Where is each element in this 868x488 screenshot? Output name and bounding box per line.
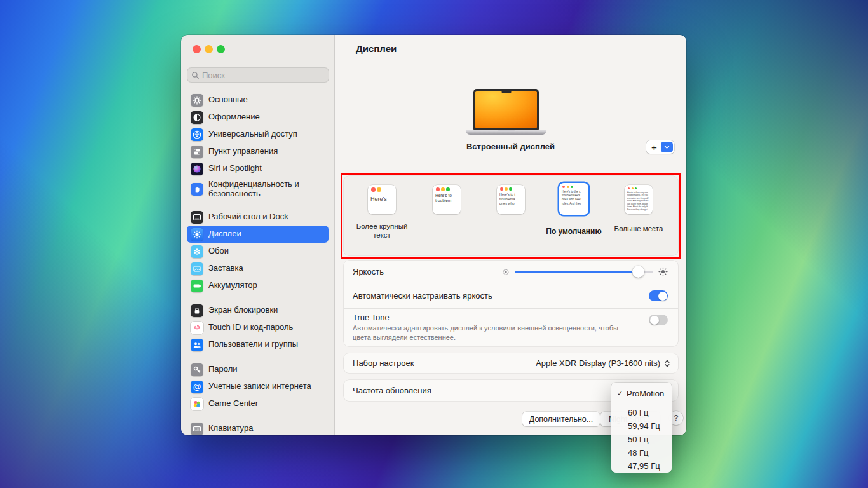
- plus-icon[interactable]: +: [648, 142, 661, 152]
- brightness-low-icon: [502, 268, 510, 276]
- macbook-screen: [473, 89, 539, 130]
- at-icon: @: [191, 381, 203, 393]
- scaling-section: Here's Более крупный текст Here's totrou…: [344, 176, 678, 255]
- scaling-thumbnail: Here's totroublem: [433, 185, 461, 214]
- sidebar-nav: Основные Оформление Универсальный доступ…: [181, 92, 334, 435]
- sidebar-item-siri[interactable]: Siri и Spotlight: [187, 160, 329, 177]
- true-tone-description: Автоматически адаптировать дисплей к усл…: [353, 323, 637, 342]
- sidebar-item-lock-screen[interactable]: Экран блокировки: [187, 302, 329, 319]
- scaling-option-more-space[interactable]: Here's to the crazy onetroublemakers. Th…: [607, 182, 670, 214]
- preset-popup[interactable]: Apple XDR Display (P3-1600 nits): [536, 358, 660, 368]
- scaling-option-default[interactable]: Here's to the ctroublemakers.ones who se…: [542, 182, 606, 215]
- main-panel: Дисплеи Встроенный дисплей + Here's Боле…: [335, 35, 686, 435]
- gear-icon: [191, 94, 203, 107]
- brightness-section: Яркость Автоматически настраивать яркост…: [344, 261, 678, 346]
- macbook-base: [466, 130, 546, 135]
- sidebar-item-game-center[interactable]: Game Center: [187, 395, 329, 412]
- divider: [426, 231, 523, 231]
- sidebar-item-passwords[interactable]: Пароли: [187, 361, 329, 378]
- search-input[interactable]: [202, 71, 316, 80]
- touch-id-icon: [191, 322, 203, 334]
- auto-brightness-row: Автоматически настраивать яркость: [344, 283, 678, 308]
- page-title: Дисплеи: [356, 43, 397, 54]
- brightness-slider[interactable]: [515, 266, 653, 278]
- scaling-option-3[interactable]: Here's to ttroublemaones who: [479, 182, 543, 214]
- sidebar-item-screensaver[interactable]: Заставка: [187, 260, 329, 277]
- sidebar-item-keyboard[interactable]: Клавиатура: [187, 420, 329, 435]
- scaling-thumbnail: Here's: [368, 185, 396, 214]
- true-tone-toggle[interactable]: [649, 315, 668, 325]
- sidebar-item-battery[interactable]: Аккумулятор: [187, 277, 329, 294]
- window-controls: [193, 45, 225, 53]
- sidebar-item-appearance[interactable]: Оформление: [187, 109, 329, 126]
- slider-thumb[interactable]: [632, 266, 644, 278]
- privacy-hand-icon: [191, 183, 203, 196]
- brightness-high-icon: [658, 267, 668, 276]
- scaling-thumbnail-selected: Here's to the ctroublemakers.ones who se…: [559, 183, 588, 215]
- desktop-wallpaper: Основные Оформление Универсальный доступ…: [0, 0, 868, 488]
- system-settings-window: Основные Оформление Универсальный доступ…: [181, 35, 686, 435]
- sidebar-item-displays[interactable]: Дисплеи: [187, 226, 329, 243]
- sidebar-item-touch-id[interactable]: Touch ID и код-пароль: [187, 319, 329, 336]
- wallpaper-icon: [191, 245, 203, 258]
- notch: [501, 91, 511, 93]
- sidebar-item-users-groups[interactable]: Пользователи и группы: [187, 336, 329, 353]
- chevron-down-icon[interactable]: [661, 142, 673, 152]
- menu-item-59-94hz[interactable]: 59,94 Гц: [611, 419, 672, 433]
- menu-item-50hz[interactable]: 50 Гц: [611, 433, 672, 446]
- users-icon: [191, 339, 203, 351]
- sidebar-item-privacy[interactable]: Конфиденциальность и безопасность: [187, 177, 329, 201]
- display-name-label: Встроенный дисплей: [335, 142, 686, 151]
- menu-item-promotion[interactable]: ✓ ProMotion: [611, 386, 672, 401]
- minimize-button[interactable]: [205, 45, 213, 53]
- auto-brightness-toggle[interactable]: [649, 290, 668, 301]
- brightness-row: Яркость: [344, 261, 678, 283]
- desktop-dock-icon: [191, 211, 203, 224]
- sidebar-item-desktop-dock[interactable]: Рабочий стол и Dock: [187, 208, 329, 226]
- accessibility-icon: [191, 128, 203, 141]
- true-tone-row: True Tone Автоматически адаптировать дис…: [344, 308, 678, 346]
- scaling-option-2[interactable]: Here's totroublem: [415, 182, 478, 214]
- sidebar: Основные Оформление Универсальный доступ…: [181, 35, 335, 435]
- scaling-option-larger-text[interactable]: Here's Более крупный текст: [350, 182, 414, 214]
- menu-item-48hz[interactable]: 48 Гц: [611, 446, 672, 459]
- battery-icon: [191, 280, 203, 292]
- key-icon: [191, 363, 203, 376]
- menu-item-60hz[interactable]: 60 Гц: [611, 406, 672, 419]
- lock-icon: [191, 304, 203, 317]
- control-center-icon: [191, 146, 203, 158]
- appearance-icon: [191, 111, 203, 124]
- search-icon: [191, 71, 200, 79]
- keyboard-icon: [191, 423, 203, 435]
- preset-row: Набор настроек Apple XDR Display (P3-160…: [344, 353, 678, 373]
- advanced-button[interactable]: Дополнительно...: [522, 412, 600, 426]
- zoom-button[interactable]: [217, 45, 225, 53]
- sidebar-item-wallpaper[interactable]: Обои: [187, 243, 329, 260]
- screensaver-icon: [191, 262, 203, 275]
- refresh-rate-menu: ✓ ProMotion 60 Гц 59,94 Гц 50 Гц 48 Гц 4…: [611, 383, 672, 473]
- sidebar-item-general[interactable]: Основные: [187, 92, 329, 109]
- siri-icon: [191, 163, 203, 175]
- close-button[interactable]: [193, 45, 201, 53]
- scaling-thumbnail: Here's to ttroublemaones who: [497, 185, 525, 214]
- add-display-button[interactable]: +: [646, 140, 674, 154]
- sidebar-item-accessibility[interactable]: Универсальный доступ: [187, 126, 329, 143]
- sidebar-item-internet-accounts[interactable]: @ Учетные записи интернета: [187, 378, 329, 395]
- scaling-thumbnail: Here's to the crazy onetroublemakers. Th…: [625, 185, 653, 214]
- checkmark-icon: ✓: [617, 390, 627, 398]
- game-center-icon: [191, 398, 203, 410]
- menu-item-47-95hz[interactable]: 47,95 Гц: [611, 459, 672, 473]
- displays-sun-icon: [191, 228, 203, 241]
- menu-separator: [618, 403, 665, 403]
- sidebar-item-control-center[interactable]: Пункт управления: [187, 143, 329, 160]
- stepper-chevrons-icon[interactable]: [664, 359, 670, 368]
- search-field[interactable]: [187, 67, 329, 83]
